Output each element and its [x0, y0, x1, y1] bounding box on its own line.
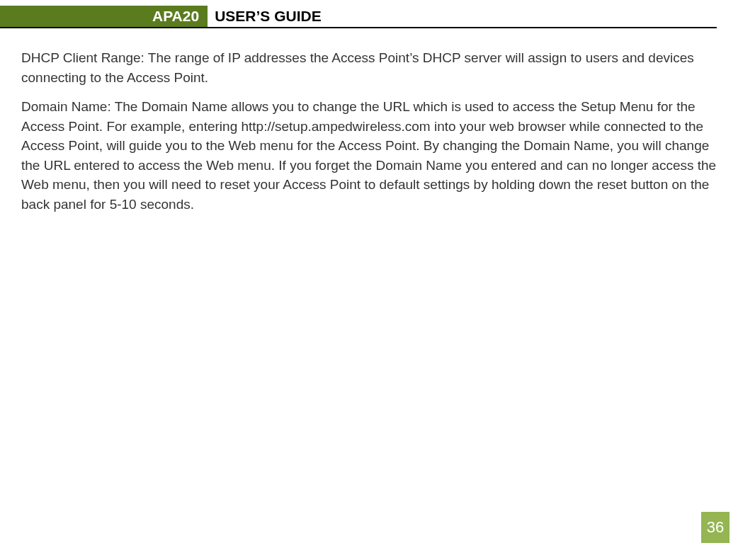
paragraph-domain-name: Domain Name: The Domain Name allows you … [21, 97, 717, 214]
page-header: APA20 USER’S GUIDE [0, 6, 738, 27]
page-number: 36 [701, 512, 730, 543]
paragraph-dhcp-client-range: DHCP Client Range: The range of IP addre… [21, 48, 717, 87]
page-content: DHCP Client Range: The range of IP addre… [0, 28, 738, 214]
document-title: USER’S GUIDE [208, 6, 738, 27]
product-badge: APA20 [145, 6, 208, 27]
header-accent-bar [0, 6, 145, 27]
